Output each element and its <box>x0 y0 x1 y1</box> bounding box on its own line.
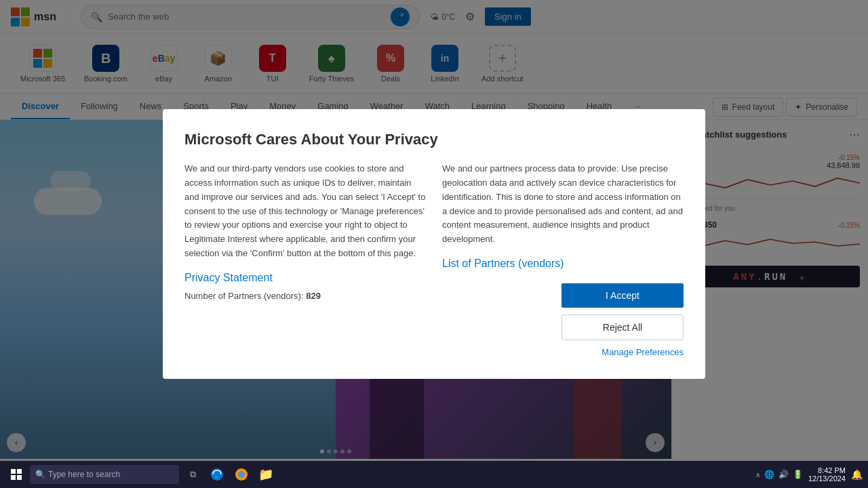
notification-icon[interactable]: 🔔 <box>851 469 863 480</box>
privacy-left-column: We and our third-party vendors use cooki… <box>184 162 426 357</box>
edge-icon <box>210 468 224 481</box>
firefox-icon <box>235 468 248 481</box>
privacy-statement-link[interactable]: Privacy Statement <box>184 272 273 283</box>
system-tray: ∧ 🌐 🔊 🔋 <box>755 470 803 479</box>
privacy-left-text: We and our third-party vendors use cooki… <box>184 162 426 261</box>
list-of-partners-area: List of Partners (vendors) <box>442 258 684 270</box>
privacy-right-column: We and our partners process data to prov… <box>442 162 684 357</box>
taskbar-time: 8:42 PM <box>808 466 846 474</box>
taskbar-edge-icon[interactable] <box>206 464 228 485</box>
taskbar-right: ∧ 🌐 🔊 🔋 8:42 PM 12/13/2024 🔔 <box>755 466 863 483</box>
taskbar-firefox-icon[interactable] <box>231 464 252 485</box>
privacy-right-text: We and our partners process data to prov… <box>442 162 684 247</box>
taskbar: 🔍 Type here to search ⧉ 📁 ∧ 🌐 🔊 🔋 8:42 P… <box>0 461 868 488</box>
svg-point-10 <box>238 471 245 478</box>
reject-button[interactable]: Reject All <box>561 314 684 340</box>
tray-network-icon[interactable]: 🌐 <box>764 470 774 479</box>
partners-count-text: Number of Partners (vendors): 829 <box>184 289 426 304</box>
privacy-buttons: I Accept Reject All Manage Preferences <box>442 283 684 357</box>
privacy-overlay: Microsoft Cares About Your Privacy We an… <box>0 0 868 488</box>
privacy-link-area: Privacy Statement <box>184 272 426 284</box>
list-of-partners-link[interactable]: List of Partners (vendors) <box>442 258 564 269</box>
accept-button[interactable]: I Accept <box>561 283 684 308</box>
taskbar-search-icon: 🔍 <box>35 470 45 479</box>
windows-logo <box>11 469 22 480</box>
taskbar-clock[interactable]: 8:42 PM 12/13/2024 <box>808 466 846 483</box>
tray-battery-icon[interactable]: 🔋 <box>793 470 803 479</box>
privacy-title: Microsoft Cares About Your Privacy <box>184 131 684 148</box>
task-view-button[interactable]: ⧉ <box>182 464 203 485</box>
privacy-modal: Microsoft Cares About Your Privacy We an… <box>163 109 705 379</box>
tray-chevron[interactable]: ∧ <box>755 471 760 479</box>
start-button[interactable] <box>5 464 27 485</box>
taskbar-search-text: Type here to search <box>48 470 120 479</box>
manage-preferences-button[interactable]: Manage Preferences <box>601 347 684 357</box>
privacy-columns: We and our third-party vendors use cooki… <box>184 162 684 357</box>
taskbar-search[interactable]: 🔍 Type here to search <box>30 465 179 484</box>
tray-volume-icon[interactable]: 🔊 <box>778 470 789 479</box>
partners-number: 829 <box>306 291 321 301</box>
taskbar-date: 12/13/2024 <box>808 474 846 483</box>
taskbar-files-icon[interactable]: 📁 <box>255 464 277 485</box>
